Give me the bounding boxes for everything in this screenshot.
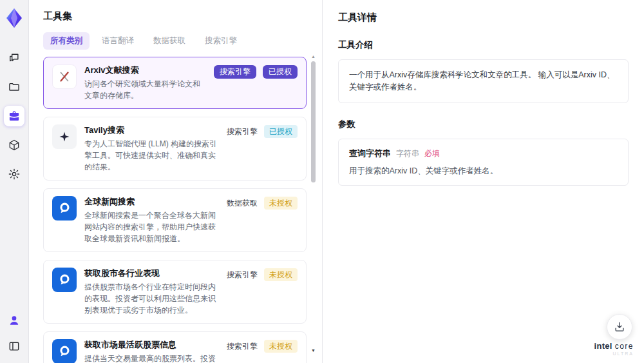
- parameter-name: 查询字符串: [349, 148, 391, 159]
- user-avatar-icon[interactable]: [4, 310, 24, 331]
- rail-bottom: [4, 310, 24, 357]
- parameter-required-flag: 必填: [424, 148, 440, 159]
- tool-description: 专为人工智能代理 (LLM) 构建的搜索引擎工具。可快速提供实时、准确和真实的结…: [84, 138, 220, 173]
- rail-nav: [4, 48, 24, 184]
- tool-category-tag: 搜索引擎: [227, 340, 258, 353]
- tool-auth-status-badge: 未授权: [264, 197, 298, 210]
- tool-category-tag: 搜索引擎: [227, 125, 258, 138]
- tab-data-fetch[interactable]: 数据获取: [146, 32, 193, 50]
- toolset-panel: 工具集 所有类别 语言翻译 数据获取 搜索引擎 Arxiv文献搜索 访问各个研究…: [29, 0, 322, 363]
- tool-list: Arxiv文献搜索 访问各个研究领域大量科学论文和文章的存储库。 搜索引擎 已授…: [43, 57, 322, 363]
- news-tool-icon: [52, 196, 77, 221]
- tool-description: 提供股票市场各个行业在特定时间段内的表现。投资者可以利用这些信息来识别表现优于或…: [84, 281, 220, 316]
- tab-language-translation[interactable]: 语言翻译: [95, 32, 141, 50]
- chat-icon[interactable]: [4, 48, 24, 68]
- category-tabs: 所有类别 语言翻译 数据获取 搜索引擎: [43, 32, 322, 50]
- brand-intel-text: intel: [594, 341, 612, 351]
- news-tool-icon: [52, 268, 77, 292]
- tab-all-categories[interactable]: 所有类别: [43, 32, 90, 50]
- tool-description: 全球新闻搜索是一个聚合全球各大新闻网站内容的搜索引擎，帮助用户快速获取全球最新资…: [84, 210, 220, 244]
- toolbox-icon[interactable]: [4, 106, 24, 126]
- tool-category-tag: 数据获取: [227, 197, 258, 210]
- intel-core-logo: intel core ULTRA: [594, 342, 634, 357]
- tool-card[interactable]: Arxiv文献搜索 访问各个研究领域大量科学论文和文章的存储库。 搜索引擎 已授…: [43, 57, 307, 109]
- tavily-tool-icon: [52, 124, 77, 149]
- tool-auth-status-badge: 未授权: [264, 268, 298, 281]
- arxiv-tool-icon: [52, 64, 77, 89]
- tool-name: 全球新闻搜索: [84, 196, 220, 207]
- toolset-title: 工具集: [43, 10, 322, 23]
- tool-intro-box: 一个用于从Arxiv存储库搜索科学论文和文章的工具。 输入可以是Arxiv ID…: [338, 59, 629, 103]
- tool-card[interactable]: 全球新闻搜索 全球新闻搜索是一个聚合全球各大新闻网站内容的搜索引擎，帮助用户快速…: [43, 188, 307, 252]
- scroll-up-arrow[interactable]: ▲: [311, 54, 316, 59]
- tool-description: 访问各个研究领域大量科学论文和文章的存储库。: [84, 78, 207, 101]
- tool-auth-status-badge: 已授权: [264, 125, 298, 138]
- folder-icon[interactable]: [4, 77, 24, 97]
- tool-description: 提供当天交易量最高的股票列表。投资者可以利用这些信息来识别流动性强的股票和潜在的…: [84, 353, 220, 363]
- brand-core-text: core: [615, 342, 634, 351]
- tool-name: 获取股市各行业表现: [84, 268, 220, 279]
- tool-name: Tavily搜索: [84, 124, 220, 135]
- download-icon: [613, 320, 626, 333]
- tool-details-panel: 工具详情 工具介绍 一个用于从Arxiv存储库搜索科学论文和文章的工具。 输入可…: [322, 0, 644, 363]
- intro-section-title: 工具介绍: [338, 39, 629, 51]
- tool-name: 获取市场最活跃股票信息: [84, 339, 220, 350]
- scrollbar-thumb[interactable]: [311, 61, 316, 182]
- tool-auth-status-badge: 未授权: [264, 340, 298, 353]
- tool-card[interactable]: Tavily搜索 专为人工智能代理 (LLM) 构建的搜索引擎工具。可快速提供实…: [43, 117, 307, 181]
- tool-auth-status-badge: 已授权: [263, 65, 298, 79]
- cube-icon[interactable]: [4, 135, 24, 155]
- tool-name: Arxiv文献搜索: [84, 64, 207, 75]
- parameter-box: 查询字符串 字符串 必填 用于搜索的Arxiv ID、关键字或作者姓名。: [338, 139, 629, 186]
- scroll-down-arrow[interactable]: ▼: [311, 348, 316, 353]
- tab-search-engine[interactable]: 搜索引擎: [198, 32, 244, 50]
- settings-gear-icon[interactable]: [4, 164, 24, 184]
- app-logo: [5, 8, 23, 28]
- tool-card[interactable]: 获取市场最活跃股票信息 提供当天交易量最高的股票列表。投资者可以利用这些信息来识…: [43, 331, 307, 363]
- parameter-description: 用于搜索的Arxiv ID、关键字或作者姓名。: [349, 165, 618, 177]
- details-title: 工具详情: [338, 12, 629, 24]
- panel-toggle-icon[interactable]: [4, 336, 24, 357]
- brand-ultra-text: ULTRA: [594, 350, 634, 357]
- parameter-type: 字符串: [396, 148, 419, 159]
- tool-category-tag: 搜索引擎: [214, 65, 256, 79]
- tool-category-tag: 搜索引擎: [227, 268, 258, 281]
- news-tool-icon: [52, 339, 77, 363]
- list-scrollbar[interactable]: ▲ ▼: [310, 54, 317, 353]
- tool-card[interactable]: 获取股市各行业表现 提供股票市场各个行业在特定时间段内的表现。投资者可以利用这些…: [43, 260, 307, 324]
- download-button[interactable]: [607, 314, 632, 340]
- icon-rail: [0, 0, 29, 363]
- params-section-title: 参数: [338, 119, 629, 130]
